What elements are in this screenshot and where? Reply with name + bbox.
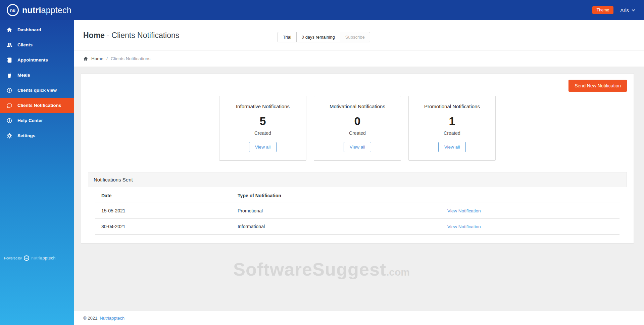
stat-card-count: 0 bbox=[318, 115, 397, 128]
brand-name: nutriapptech bbox=[22, 5, 71, 15]
footer-brand-link[interactable]: Nutriapptech bbox=[100, 316, 125, 321]
column-header-date: Date bbox=[95, 187, 232, 203]
top-navbar: nu nutriapptech Theme Aris bbox=[0, 0, 644, 20]
theme-button[interactable]: Theme bbox=[592, 6, 613, 14]
trial-status-group: Trial 0 days remaining Subscribe bbox=[278, 32, 370, 42]
content-area: Home - Clients Notifications Trial 0 day… bbox=[74, 20, 644, 325]
breadcrumb-separator: / bbox=[106, 56, 108, 61]
stat-card-title: Promotional Notifications bbox=[413, 104, 491, 109]
sidebar-item-label: Meals bbox=[17, 73, 30, 78]
panel-toolbar: Send New Notification bbox=[88, 80, 627, 92]
subscribe-button[interactable]: Subscribe bbox=[340, 32, 370, 42]
sidebar-item-meals[interactable]: Meals bbox=[0, 68, 74, 83]
watermark-suffix: .com bbox=[386, 267, 410, 278]
chat-bubble-icon bbox=[6, 103, 13, 109]
table-row: 15-05-2021 Promotional View Notification bbox=[95, 203, 620, 219]
powered-by-logo-icon: nu bbox=[24, 255, 29, 261]
view-all-button[interactable]: View all bbox=[344, 142, 371, 152]
stat-card-count: 1 bbox=[413, 115, 491, 128]
table-row: 30-04-2021 Informational View Notificati… bbox=[95, 219, 620, 235]
meals-icon bbox=[6, 72, 13, 78]
view-notification-link[interactable]: View Notification bbox=[447, 208, 481, 213]
info-icon bbox=[6, 118, 13, 124]
brand-circle-icon: nu bbox=[7, 4, 19, 16]
column-header-action bbox=[441, 187, 620, 203]
copyright-text: © 2021. bbox=[83, 316, 99, 321]
breadcrumb-home-icon bbox=[83, 56, 88, 61]
sidebar-item-label: Settings bbox=[17, 133, 35, 138]
table-header-row: Date Type of Notification bbox=[95, 187, 620, 203]
sidebar-item-clients-quick-view[interactable]: Clients quick view bbox=[0, 83, 74, 98]
view-notification-link[interactable]: View Notification bbox=[447, 224, 481, 229]
notifications-sent-section: Notifications Sent Date Type of Notifica… bbox=[88, 172, 627, 235]
sidebar-item-label: Help Center bbox=[17, 118, 43, 123]
cell-type: Promotional bbox=[232, 203, 441, 219]
sidebar-item-clients-notifications[interactable]: Clients Notifications bbox=[0, 98, 74, 113]
stat-card-subtitle: Created bbox=[318, 130, 397, 136]
brand-circle-text: nu bbox=[10, 8, 15, 13]
stat-card-informative: Informative Notifications 5 Created View… bbox=[219, 96, 306, 161]
stat-card-title: Motivational Notifications bbox=[318, 104, 397, 109]
gear-icon bbox=[6, 133, 13, 139]
send-new-notification-button[interactable]: Send New Notification bbox=[568, 80, 627, 92]
cell-type: Informational bbox=[232, 219, 441, 235]
stat-cards-row: Informative Notifications 5 Created View… bbox=[88, 96, 627, 161]
app-window: nu nutriapptech Theme Aris Dashboard bbox=[0, 0, 644, 325]
stat-card-promotional: Promotional Notifications 1 Created View… bbox=[408, 96, 496, 161]
home-icon bbox=[6, 27, 13, 33]
stat-card-subtitle: Created bbox=[224, 130, 302, 136]
stat-card-motivational: Motivational Notifications 0 Created Vie… bbox=[314, 96, 401, 161]
trial-badge: Trial bbox=[278, 32, 297, 42]
sidebar-item-label: Dashboard bbox=[17, 27, 41, 32]
powered-by-badge: Powered by nu nutriapptech bbox=[4, 255, 56, 261]
powered-by-label: Powered by bbox=[4, 256, 22, 260]
section-title: Notifications Sent bbox=[88, 172, 627, 187]
brand-name-bold: nutri bbox=[22, 5, 41, 15]
days-remaining-badge: 0 days remaining bbox=[296, 32, 340, 42]
body-row: Dashboard Clients bbox=[0, 20, 644, 325]
sidebar-item-dashboard[interactable]: Dashboard bbox=[0, 22, 74, 37]
sidebar-item-settings[interactable]: Settings bbox=[0, 128, 74, 143]
info-icon bbox=[6, 87, 13, 93]
brand-name-light: apptech bbox=[41, 5, 71, 15]
sidebar-item-help-center[interactable]: Help Center bbox=[0, 113, 74, 128]
brand-logo[interactable]: nu nutriapptech bbox=[7, 4, 71, 16]
watermark: SoftwareSuggest .com bbox=[233, 259, 410, 280]
sidebar: Dashboard Clients bbox=[0, 20, 74, 325]
watermark-text: SoftwareSuggest bbox=[233, 259, 386, 280]
appointments-book-icon bbox=[6, 57, 13, 63]
stat-card-subtitle: Created bbox=[413, 130, 491, 136]
powered-by-brand: nutriapptech bbox=[31, 256, 56, 260]
cell-date: 30-04-2021 bbox=[95, 219, 232, 235]
view-all-button[interactable]: View all bbox=[249, 142, 277, 152]
sidebar-item-label: Clients bbox=[17, 42, 33, 47]
notifications-panel: Send New Notification Informative Notifi… bbox=[81, 73, 634, 244]
chevron-down-icon bbox=[632, 9, 635, 11]
users-icon bbox=[6, 42, 13, 48]
notifications-table: Date Type of Notification 15-05-2021 Pro… bbox=[95, 187, 620, 235]
view-all-button[interactable]: View all bbox=[438, 142, 466, 152]
breadcrumb-current: Clients Notifications bbox=[111, 56, 151, 61]
sidebar-item-appointments[interactable]: Appointments bbox=[0, 52, 74, 68]
stat-card-title: Informative Notifications bbox=[224, 104, 302, 109]
user-menu[interactable]: Aris bbox=[620, 7, 635, 13]
sidebar-item-label: Appointments bbox=[17, 57, 48, 63]
breadcrumb: Home / Clients Notifications bbox=[74, 50, 644, 67]
cell-date: 15-05-2021 bbox=[95, 203, 232, 219]
sidebar-item-clients[interactable]: Clients bbox=[0, 37, 74, 52]
content-header: Home - Clients Notifications Trial 0 day… bbox=[74, 20, 644, 50]
user-name: Aris bbox=[620, 7, 629, 13]
navbar-right: Theme Aris bbox=[592, 6, 635, 14]
stat-card-count: 5 bbox=[224, 115, 302, 128]
column-header-type: Type of Notification bbox=[232, 187, 441, 203]
content-body: Send New Notification Informative Notifi… bbox=[74, 67, 644, 311]
breadcrumb-home-link[interactable]: Home bbox=[91, 56, 103, 61]
footer: © 2021. Nutriapptech bbox=[74, 311, 644, 325]
sidebar-item-label: Clients quick view bbox=[17, 88, 57, 93]
sidebar-item-label: Clients Notifications bbox=[17, 103, 61, 108]
